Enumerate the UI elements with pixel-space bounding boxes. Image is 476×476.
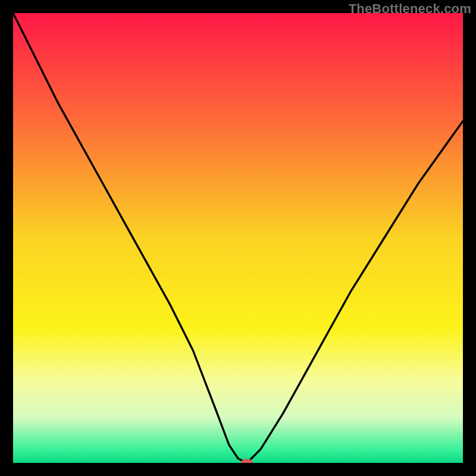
- chart-frame: TheBottleneck.com: [0, 0, 476, 476]
- chart-background: [13, 13, 463, 463]
- bottleneck-chart: [13, 13, 463, 463]
